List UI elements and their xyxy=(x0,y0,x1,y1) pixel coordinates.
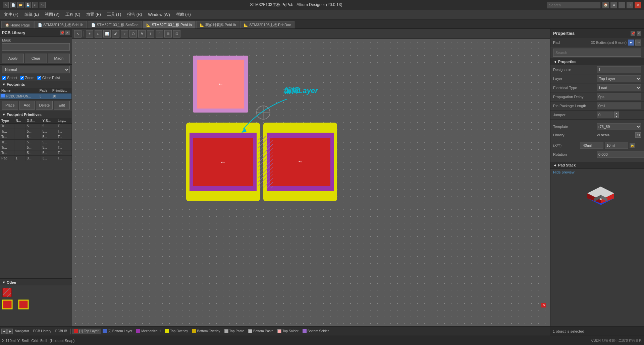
primitive-row-2[interactable]: Tr... 5... 5... T... xyxy=(0,134,72,140)
pin-pkg-len-input[interactable] xyxy=(597,102,641,109)
y-input[interactable] xyxy=(605,142,628,149)
tab-pcblib[interactable]: PCBLIB xyxy=(53,329,69,334)
close-btn[interactable]: ✕ xyxy=(635,2,641,8)
edit-button[interactable]: Edit xyxy=(54,101,70,110)
clear-button[interactable]: Clear xyxy=(25,54,47,63)
arc-tool[interactable]: ◜ xyxy=(156,30,163,38)
menu-file[interactable]: 文件 (F) xyxy=(1,11,21,18)
hide-preview-link[interactable]: Hide preview xyxy=(550,169,644,176)
settings-btn[interactable]: ⚙ xyxy=(610,2,617,8)
panel-close-btn[interactable]: ✕ xyxy=(65,30,70,35)
menu-help[interactable]: 帮助 (H) xyxy=(173,11,194,18)
primitive-row-3[interactable]: Tr... 5... 5... T... xyxy=(0,140,72,145)
layer-bottom[interactable]: [2] Bottom Layer xyxy=(101,329,134,334)
tab-navigator[interactable]: Navigator xyxy=(13,329,31,334)
layer-top-solder[interactable]: Top Solder xyxy=(275,329,301,334)
place-button[interactable]: Place xyxy=(2,101,18,110)
chart-tool[interactable]: 📊 xyxy=(103,30,111,38)
menu-place[interactable]: 放置 (P) xyxy=(84,11,103,18)
tab-pcbdoc[interactable]: 📐 STM32F103主板.PcbDoc xyxy=(240,21,294,28)
properties-search-input[interactable] xyxy=(553,49,641,57)
clear-exist-checkbox[interactable]: Clear Exist xyxy=(37,76,60,80)
layer-bottom-solder[interactable]: Bottom Solder xyxy=(301,329,331,334)
xy-lock-btn[interactable]: 🔒 xyxy=(630,143,635,148)
line-tool[interactable]: / xyxy=(147,30,154,38)
text-tool[interactable]: A xyxy=(138,30,146,38)
hex-tool[interactable]: ⬡ xyxy=(129,30,137,38)
tab-schlib[interactable]: 📄 STM32F103主板.SchLib xyxy=(34,21,87,28)
menu-project[interactable]: 工程 (C) xyxy=(63,11,83,18)
layer-top-paste[interactable]: Top Paste xyxy=(222,329,246,334)
circle-tool[interactable]: ○ xyxy=(121,30,128,38)
primitive-row-1[interactable]: Tr... 5... 5... T... xyxy=(0,129,72,134)
prop-delay-input[interactable] xyxy=(597,93,641,100)
x-input[interactable] xyxy=(580,142,603,149)
rect-tool[interactable]: □ xyxy=(95,30,102,38)
more-button[interactable]: ⋯ xyxy=(635,40,641,46)
right-panel-pin-btn[interactable]: 📌 xyxy=(631,31,635,36)
undo-btn[interactable]: ↩ xyxy=(32,2,38,8)
maximize-btn[interactable]: □ xyxy=(627,2,633,8)
save-btn[interactable]: 💾 xyxy=(25,2,31,8)
view-tool[interactable]: ⊡ xyxy=(173,30,180,38)
menu-edit[interactable]: 编辑 (E) xyxy=(22,11,42,18)
apply-button[interactable]: Apply xyxy=(2,54,24,63)
designator-input[interactable] xyxy=(597,66,641,73)
panel-pin-btn[interactable]: 📌 xyxy=(60,30,64,35)
minimize-btn[interactable]: ─ xyxy=(619,2,625,8)
tab-pcblib[interactable]: 📐 STM32F103主板.PcbLib xyxy=(143,21,195,28)
tab-home[interactable]: 🏠 Home Page xyxy=(1,21,34,28)
jumper-up[interactable]: ▲ xyxy=(614,112,619,115)
primitive-row-6[interactable]: Pad 1 3... 3... T... xyxy=(0,156,72,161)
menu-tools[interactable]: 工具 (T) xyxy=(104,11,124,18)
layer-top[interactable]: [1] Top Layer xyxy=(72,329,101,334)
menu-view[interactable]: 视图 (V) xyxy=(42,11,62,18)
layer-bottom-overlay[interactable]: Bottom Overlay xyxy=(190,329,222,334)
electrical-type-select[interactable]: Load xyxy=(597,84,641,91)
menu-window[interactable]: Window (W) xyxy=(145,11,172,18)
pcb-canvas[interactable]: ← ← xyxy=(72,39,550,326)
tab-pcb-library[interactable]: PCB Library xyxy=(31,329,53,334)
tab-mylib[interactable]: 📐 我的封装库.PcbLib xyxy=(196,21,240,28)
jumper-down[interactable]: ▼ xyxy=(614,115,619,118)
layer-mech1[interactable]: Mechanical 1 xyxy=(134,329,163,334)
primitive-row-0[interactable]: Tr... 5... 5... T... xyxy=(0,124,72,129)
footprint-row-0[interactable]: PCBCOMPON... 3 10 xyxy=(0,93,72,99)
layer-select[interactable]: Top Layer xyxy=(597,75,641,82)
template-select[interactable]: r76_89 xyxy=(597,123,641,130)
delete-button[interactable]: Delete xyxy=(36,101,53,110)
primitive-row-5[interactable]: Tr... 5... 5... T... xyxy=(0,150,72,156)
primitive-row-4[interactable]: Tr... 5... 5... T... xyxy=(0,145,72,150)
rotation-input[interactable] xyxy=(597,151,644,158)
footprints-header[interactable]: ▼ Footprints xyxy=(0,81,72,88)
library-link-btn[interactable]: ⛓ xyxy=(635,132,641,138)
layer-bottom-paste[interactable]: Bottom Paste xyxy=(246,329,275,334)
paint-tool[interactable]: 🖌 xyxy=(112,30,119,38)
cursor-tool[interactable]: ↖ xyxy=(74,30,82,38)
layer-prev-btn[interactable]: ◀ xyxy=(1,329,7,334)
properties-section-header[interactable]: ◄ Properties xyxy=(550,58,644,65)
jumper-input[interactable] xyxy=(597,112,613,118)
add-button[interactable]: Add xyxy=(19,101,35,110)
canvas-area[interactable]: ↖ + □ 📊 🖌 ○ ⬡ A / ◜ ⊞ ⊡ ← xyxy=(72,29,550,326)
plus-tool[interactable]: + xyxy=(86,30,93,38)
magnify-button[interactable]: Magn xyxy=(48,54,70,63)
layer-top-overlay[interactable]: Top Overlay xyxy=(163,329,190,334)
primitives-header[interactable]: ▼ Footprint Primitives xyxy=(0,111,72,118)
home-btn[interactable]: 🏠 xyxy=(602,2,609,8)
open-btn[interactable]: 📂 xyxy=(17,2,23,8)
other-header[interactable]: ▼ Other xyxy=(0,279,72,285)
select-checkbox[interactable]: Select xyxy=(2,76,17,80)
mask-input[interactable] xyxy=(2,43,70,51)
tab-schdoc[interactable]: 📄 STM32F103主板.SchDoc xyxy=(88,21,142,28)
layer-next-btn[interactable]: ▶ xyxy=(7,329,13,334)
filter-button[interactable]: ▼ xyxy=(628,40,634,46)
new-btn[interactable]: 📄 xyxy=(10,2,16,8)
menu-report[interactable]: 报告 (R) xyxy=(124,11,145,18)
zoom-checkbox[interactable]: Zoom xyxy=(20,76,35,80)
redo-btn[interactable]: ↪ xyxy=(40,2,46,8)
search-input[interactable] xyxy=(547,2,600,8)
pad-stack-header[interactable]: ◄ Pad Stack xyxy=(550,162,644,169)
normal-dropdown[interactable]: Normal xyxy=(2,66,70,73)
special-tool[interactable]: ⊞ xyxy=(164,30,172,38)
